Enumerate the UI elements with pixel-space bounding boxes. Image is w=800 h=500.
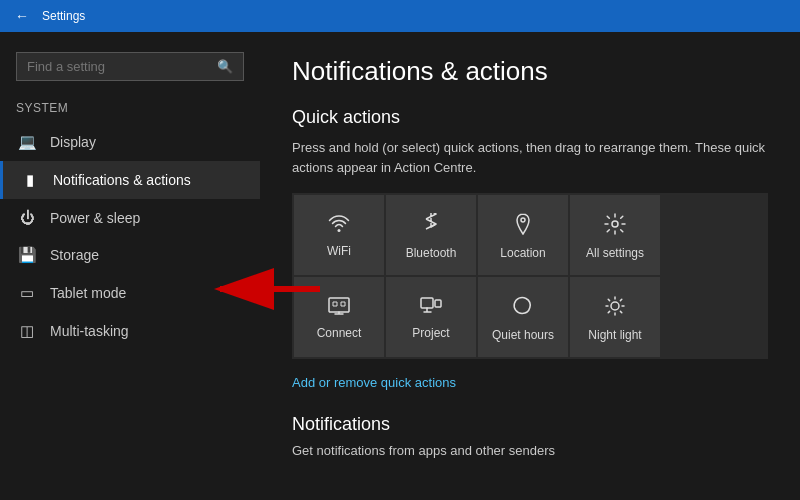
sidebar-item-label-power: Power & sleep — [50, 210, 140, 226]
page-title: Notifications & actions — [292, 56, 768, 87]
main-layout: 🔍 System 💻 Display ▮ Notifications & act… — [0, 32, 800, 500]
content-area: Notifications & actions Quick actions Pr… — [260, 32, 800, 500]
wifi-icon — [328, 215, 350, 238]
svg-point-0 — [521, 218, 525, 222]
sidebar-item-label-display: Display — [50, 134, 96, 150]
tile-location[interactable]: Location — [478, 195, 568, 275]
tablet-icon: ▭ — [16, 284, 38, 302]
svg-rect-3 — [421, 298, 433, 308]
search-box-wrap: 🔍 — [0, 44, 260, 97]
search-input[interactable] — [27, 59, 217, 74]
quick-actions-desc: Press and hold (or select) quick actions… — [292, 138, 768, 177]
location-icon — [514, 213, 532, 240]
display-icon: 💻 — [16, 133, 38, 151]
quiet-hours-icon — [512, 295, 534, 322]
back-button[interactable]: ← — [12, 6, 32, 26]
storage-icon: 💾 — [16, 246, 38, 264]
notifications-icon: ▮ — [19, 171, 41, 189]
night-light-icon — [604, 295, 626, 322]
sidebar-item-label-storage: Storage — [50, 247, 99, 263]
titlebar-title: Settings — [42, 9, 85, 23]
sidebar-item-tablet[interactable]: ▭ Tablet mode — [0, 274, 260, 312]
multitasking-icon: ◫ — [16, 322, 38, 340]
tile-quiet-hours-label: Quiet hours — [492, 328, 554, 342]
tile-all-settings[interactable]: All settings — [570, 195, 660, 275]
tile-quiet-hours[interactable]: Quiet hours — [478, 277, 568, 357]
svg-point-1 — [612, 221, 618, 227]
notifications-section-title: Notifications — [292, 414, 768, 435]
notifications-section-desc: Get notifications from apps and other se… — [292, 443, 768, 458]
tile-bluetooth-label: Bluetooth — [406, 246, 457, 260]
tile-wifi-label: WiFi — [327, 244, 351, 258]
project-icon — [420, 297, 442, 320]
all-settings-icon — [604, 213, 626, 240]
tile-location-label: Location — [500, 246, 545, 260]
sidebar-item-notifications[interactable]: ▮ Notifications & actions — [0, 161, 260, 199]
tile-night-light[interactable]: Night light — [570, 277, 660, 357]
sidebar-item-power[interactable]: ⏻ Power & sleep — [0, 199, 260, 236]
sidebar-item-label-multitasking: Multi-tasking — [50, 323, 129, 339]
quick-actions-title: Quick actions — [292, 107, 768, 128]
svg-point-5 — [611, 302, 619, 310]
sidebar-item-label-tablet: Tablet mode — [50, 285, 126, 301]
power-icon: ⏻ — [16, 209, 38, 226]
bluetooth-icon — [423, 213, 439, 240]
sidebar-section-label: System — [0, 97, 260, 123]
search-icon: 🔍 — [217, 59, 233, 74]
tile-all-settings-label: All settings — [586, 246, 644, 260]
svg-rect-2 — [329, 298, 349, 312]
tile-project-label: Project — [412, 326, 449, 340]
titlebar: ← Settings — [0, 0, 800, 32]
connect-icon — [328, 297, 350, 320]
sidebar-item-display[interactable]: 💻 Display — [0, 123, 260, 161]
quick-actions-grid: WiFi Bluetooth — [292, 193, 768, 359]
add-remove-link[interactable]: Add or remove quick actions — [292, 375, 456, 390]
sidebar: 🔍 System 💻 Display ▮ Notifications & act… — [0, 32, 260, 500]
tile-wifi[interactable]: WiFi — [294, 195, 384, 275]
tile-night-light-label: Night light — [588, 328, 641, 342]
tile-bluetooth[interactable]: Bluetooth — [386, 195, 476, 275]
svg-rect-4 — [435, 300, 441, 307]
tile-connect[interactable]: Connect — [294, 277, 384, 357]
sidebar-item-label-notifications: Notifications & actions — [53, 172, 191, 188]
tile-project[interactable]: Project — [386, 277, 476, 357]
sidebar-item-storage[interactable]: 💾 Storage — [0, 236, 260, 274]
sidebar-item-multitasking[interactable]: ◫ Multi-tasking — [0, 312, 260, 350]
tile-connect-label: Connect — [317, 326, 362, 340]
search-box[interactable]: 🔍 — [16, 52, 244, 81]
